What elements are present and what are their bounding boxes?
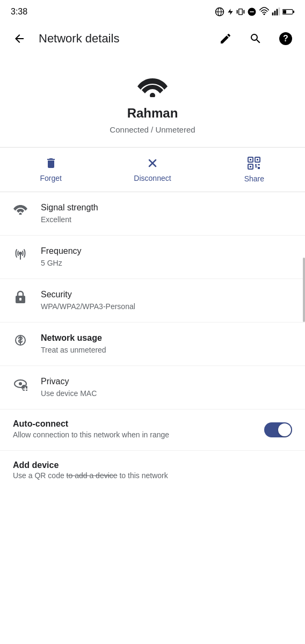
minus-circle-icon [247,7,257,17]
auto-connect-desc: Allow connection to this network when in… [13,430,256,441]
signal-strength-value: Excellent [41,215,292,225]
toggle-thumb [278,423,291,436]
action-row: Forget Disconnect Share [0,148,305,192]
signal-icon [272,7,280,17]
svg-rect-30 [255,164,257,166]
network-usage-content: Network usage Treat as unmetered [41,332,292,356]
search-button[interactable] [245,28,266,49]
lock-icon [13,290,28,304]
disconnect-label: Disconnect [134,174,171,182]
svg-rect-25 [250,159,251,160]
share-action[interactable]: Share [233,156,275,183]
globe-icon [215,7,224,17]
battery-icon [282,8,294,16]
add-device-label: Add device [13,460,292,470]
svg-marker-3 [228,9,233,15]
add-device-strike: to add a device [67,471,118,480]
app-bar: Network details ? [0,21,305,56]
privacy-content: Privacy Use device MAC [41,376,292,399]
wifi-hero-icon [136,73,169,97]
frequency-item: Frequency 5 GHz [0,236,305,279]
signal-strength-content: Signal strength Excellent [41,202,292,225]
lightning-icon [227,7,234,17]
forget-action[interactable]: Forget [30,157,72,182]
network-hero: Rahman Connected / Unmetered [0,56,305,147]
help-button[interactable]: ? [275,28,296,49]
x-icon [146,157,159,170]
frequency-label: Frequency [41,245,292,257]
network-name: Rahman [127,106,178,121]
security-content: Security WPA/WPA2/WPA3-Personal [41,289,292,312]
svg-rect-32 [255,166,257,167]
svg-rect-15 [279,8,280,16]
svg-rect-29 [250,166,251,167]
info-list: Signal strength Excellent Frequency 5 GH… [0,192,305,409]
signal-strength-label: Signal strength [41,202,292,214]
auto-connect-item: Auto-connect Allow connection to this ne… [0,409,305,451]
svg-rect-14 [277,9,278,16]
network-usage-value: Treat as unmetered [41,345,292,356]
svg-rect-17 [293,11,294,13]
svg-rect-38 [19,298,21,301]
svg-point-34 [19,213,22,215]
trash-icon [45,157,57,170]
auto-connect-content: Auto-connect Allow connection to this ne… [13,419,264,441]
svg-rect-31 [258,164,260,165]
wifi-status-icon [259,7,270,17]
add-device-item: Add device Use a QR code to add a device… [0,451,305,489]
back-button[interactable] [9,28,30,49]
svg-point-21 [150,93,155,97]
add-device-prefix: Use a QR code [13,471,67,480]
network-status: Connected / Unmetered [110,125,195,134]
svg-point-11 [264,13,265,15]
status-icons [215,7,294,17]
privacy-value: Use device MAC [41,389,292,399]
dollar-icon [13,333,28,347]
svg-point-42 [19,382,22,385]
network-usage-item[interactable]: Network usage Treat as unmetered [0,323,305,366]
svg-rect-18 [283,10,286,14]
svg-rect-33 [258,167,260,169]
frequency-content: Frequency 5 GHz [41,245,292,269]
wifi-signal-icon [13,203,28,215]
vibrate-icon [236,7,245,17]
security-item: Security WPA/WPA2/WPA3-Personal [0,279,305,323]
signal-strength-item: Signal strength Excellent [0,192,305,236]
privacy-label: Privacy [41,376,292,387]
share-label: Share [244,174,264,183]
frequency-value: 5 GHz [41,258,292,269]
forget-label: Forget [40,174,61,182]
privacy-icon [13,377,28,391]
auto-connect-toggle[interactable] [264,422,292,437]
status-bar: 3:38 [0,0,305,21]
status-time: 3:38 [11,7,27,17]
page-title: Network details [39,32,206,46]
privacy-item[interactable]: Privacy Use device MAC [0,366,305,409]
scrollbar-thumb[interactable] [303,258,305,322]
scrollbar-track [303,0,305,644]
svg-rect-4 [239,9,243,15]
auto-connect-label: Auto-connect [13,419,256,429]
antenna-icon [13,246,28,260]
security-value: WPA/WPA2/WPA3-Personal [41,302,292,312]
svg-rect-13 [274,11,276,16]
security-label: Security [41,289,292,301]
add-device-desc: Use a QR code to add a device to this ne… [13,471,292,480]
svg-text:?: ? [283,34,288,43]
add-device-suffix: to this network [118,471,168,480]
svg-rect-12 [272,12,274,15]
svg-rect-27 [257,159,258,160]
network-usage-label: Network usage [41,332,292,344]
qr-icon [247,156,261,170]
edit-button[interactable] [215,28,236,49]
disconnect-action[interactable]: Disconnect [131,157,174,182]
